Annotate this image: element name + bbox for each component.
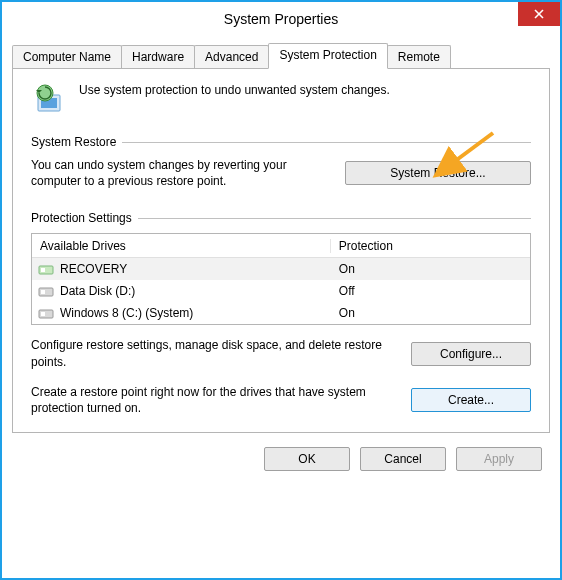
svg-rect-9	[41, 268, 45, 272]
drives-table[interactable]: Available Drives Protection RECOVERY On	[31, 233, 531, 325]
ok-button[interactable]: OK	[264, 447, 350, 471]
divider	[138, 218, 531, 219]
group-protection-settings: Protection Settings Available Drives Pro…	[31, 211, 531, 416]
group-title-protection: Protection Settings	[31, 211, 132, 225]
drive-protection: On	[331, 306, 530, 320]
tab-computer-name[interactable]: Computer Name	[12, 45, 122, 68]
table-row[interactable]: RECOVERY On	[32, 258, 530, 280]
drive-name: Data Disk (D:)	[60, 284, 135, 298]
tab-system-protection[interactable]: System Protection	[268, 43, 387, 69]
divider	[122, 142, 531, 143]
table-header: Available Drives Protection	[32, 234, 530, 258]
drive-name: Windows 8 (C:) (System)	[60, 306, 193, 320]
tab-strip: Computer Name Hardware Advanced System P…	[12, 42, 550, 68]
table-row[interactable]: Windows 8 (C:) (System) On	[32, 302, 530, 324]
cancel-button[interactable]: Cancel	[360, 447, 446, 471]
window-title: System Properties	[2, 11, 560, 27]
drive-icon	[38, 284, 54, 298]
col-header-protection[interactable]: Protection	[331, 239, 530, 253]
svg-rect-13	[41, 312, 45, 316]
drive-icon	[38, 262, 54, 276]
restore-description: You can undo system changes by reverting…	[31, 157, 329, 189]
tab-advanced[interactable]: Advanced	[194, 45, 269, 68]
create-button[interactable]: Create...	[411, 388, 531, 412]
tab-remote[interactable]: Remote	[387, 45, 451, 68]
tab-panel-system-protection: Use system protection to undo unwanted s…	[12, 68, 550, 433]
intro-text: Use system protection to undo unwanted s…	[79, 81, 390, 97]
close-icon	[533, 8, 545, 20]
system-restore-button[interactable]: System Restore...	[345, 161, 531, 185]
intro-row: Use system protection to undo unwanted s…	[31, 81, 531, 117]
tab-hardware[interactable]: Hardware	[121, 45, 195, 68]
apply-button[interactable]: Apply	[456, 447, 542, 471]
titlebar: System Properties	[2, 2, 560, 36]
drive-protection: On	[331, 262, 530, 276]
drive-name: RECOVERY	[60, 262, 127, 276]
configure-button[interactable]: Configure...	[411, 342, 531, 366]
drive-icon	[38, 306, 54, 320]
group-system-restore: System Restore You can undo system chang…	[31, 135, 531, 189]
dialog-button-row: OK Cancel Apply	[12, 447, 550, 471]
configure-description: Configure restore settings, manage disk …	[31, 337, 395, 369]
col-header-drives[interactable]: Available Drives	[32, 239, 331, 253]
create-description: Create a restore point right now for the…	[31, 384, 395, 416]
group-title-restore: System Restore	[31, 135, 116, 149]
system-properties-window: System Properties Computer Name Hardware…	[0, 0, 562, 580]
table-row[interactable]: Data Disk (D:) Off	[32, 280, 530, 302]
drive-protection: Off	[331, 284, 530, 298]
svg-rect-11	[41, 290, 45, 294]
close-button[interactable]	[518, 2, 560, 26]
system-protection-icon	[31, 81, 67, 117]
